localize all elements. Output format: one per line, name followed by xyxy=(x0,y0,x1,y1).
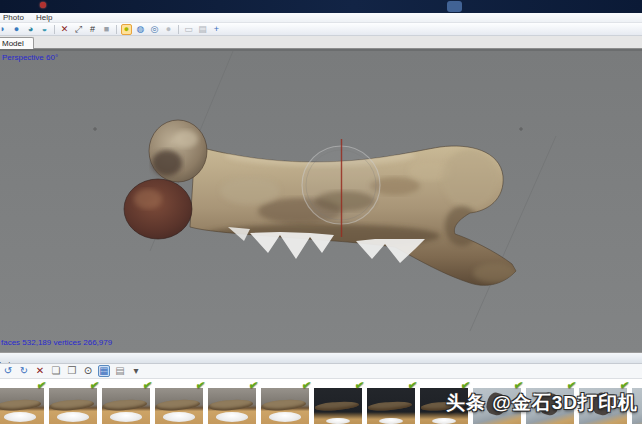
model-viewport[interactable]: Perspective 60° faces 532,189 vertices 2… xyxy=(0,49,642,352)
navigation-tool-icon[interactable]: ● xyxy=(121,24,132,35)
paste-icon[interactable]: ❏ xyxy=(50,365,62,377)
photo-enabled-check-icon: ✔ xyxy=(248,379,259,393)
photo-enabled-check-icon: ✔ xyxy=(142,379,153,393)
photo-thumbnail-image xyxy=(49,388,97,424)
open-icon-partial[interactable]: ◗ xyxy=(0,24,8,35)
square-icon[interactable]: ■ xyxy=(101,24,112,35)
duplicate-icon[interactable]: ❐ xyxy=(66,365,78,377)
application-window: Photo Help ◗●◕◒✕⤢#■●◍◎●▭▤+ Model xyxy=(0,0,642,424)
mesh-icon[interactable]: ◒ xyxy=(39,24,50,35)
watermark-text: 头条 @金石3D打印机 xyxy=(446,390,638,416)
rotate-right-icon[interactable]: ↻ xyxy=(18,365,30,377)
rotate-object-icon[interactable]: ◍ xyxy=(135,24,146,35)
photos-toolbar: ↺↻✕❏❐⊙▦▤▾ xyxy=(0,364,642,379)
view-dropdown-icon[interactable]: ▾ xyxy=(130,365,142,377)
photo-thumbnail-image xyxy=(261,388,309,424)
photo-thumbnail[interactable]: ✔ xyxy=(314,388,362,424)
print-icon[interactable]: ▤ xyxy=(197,24,208,35)
toolbar-separator xyxy=(116,25,117,34)
move-object-icon[interactable]: + xyxy=(211,24,222,35)
photo-thumbnail-image xyxy=(208,388,256,424)
photos-panel-header: Photos xyxy=(0,353,642,364)
photo-thumbnail[interactable]: ✔ xyxy=(208,388,256,424)
find-photo-icon[interactable]: ⊙ xyxy=(82,365,94,377)
orbit-disabled-icon[interactable]: ● xyxy=(163,24,174,35)
photo-thumbnail[interactable]: ✔ xyxy=(261,388,309,424)
photo-enabled-check-icon: ✔ xyxy=(407,379,418,393)
title-bar xyxy=(0,0,642,13)
view-grid-icon[interactable]: ▦ xyxy=(98,365,110,377)
photo-thumbnail[interactable]: ✔ xyxy=(367,388,415,424)
photo-enabled-check-icon: ✔ xyxy=(301,379,312,393)
photo-enabled-check-icon: ✔ xyxy=(354,379,365,393)
tab-model[interactable]: Model xyxy=(0,37,34,49)
photo-thumbnail-image xyxy=(367,388,415,424)
remove-photo-icon[interactable]: ✕ xyxy=(34,365,46,377)
grid-region-icon[interactable]: # xyxy=(87,24,98,35)
photo-thumbnail-image xyxy=(0,388,44,424)
toolbar-separator xyxy=(54,25,55,34)
menu-bar: Photo Help xyxy=(0,13,642,23)
main-toolbar: ◗●◕◒✕⤢#■●◍◎●▭▤+ xyxy=(0,23,642,36)
photo-enabled-check-icon: ✔ xyxy=(195,379,206,393)
photo-enabled-check-icon: ✔ xyxy=(36,379,47,393)
photo-thumbnail[interactable]: ✔ xyxy=(155,388,203,424)
camera-mode-label: Perspective 60° xyxy=(2,53,58,62)
bone-model-render xyxy=(0,51,642,352)
menu-photo[interactable]: Photo xyxy=(3,13,24,23)
delete-icon[interactable]: ✕ xyxy=(59,24,70,35)
titlebar-decoration xyxy=(447,1,462,12)
photo-thumbnail-image xyxy=(155,388,203,424)
record-indicator-icon xyxy=(40,2,46,8)
photo-thumbnail[interactable]: ✔ xyxy=(49,388,97,424)
rotate-left-icon[interactable]: ↺ xyxy=(2,365,14,377)
resize-region-icon[interactable]: ⤢ xyxy=(73,24,84,35)
photo-thumbnail-image xyxy=(102,388,150,424)
rotate-view-icon[interactable]: ◎ xyxy=(149,24,160,35)
toolbar-separator xyxy=(178,25,179,34)
photo-thumbnail-image xyxy=(314,388,362,424)
point-cloud-icon[interactable]: ● xyxy=(11,24,22,35)
dense-cloud-icon[interactable]: ◕ xyxy=(25,24,36,35)
photo-thumbnail[interactable]: ✔ xyxy=(102,388,150,424)
photo-view-icon[interactable]: ▭ xyxy=(183,24,194,35)
tab-bar: Model xyxy=(0,36,642,49)
menu-help[interactable]: Help xyxy=(36,13,52,23)
mesh-statistics-label: faces 532,189 vertices 266,979 xyxy=(1,338,112,347)
view-details-icon[interactable]: ▤ xyxy=(114,365,126,377)
photo-enabled-check-icon: ✔ xyxy=(89,379,100,393)
photo-thumbnail[interactable]: ✔ xyxy=(0,388,44,424)
